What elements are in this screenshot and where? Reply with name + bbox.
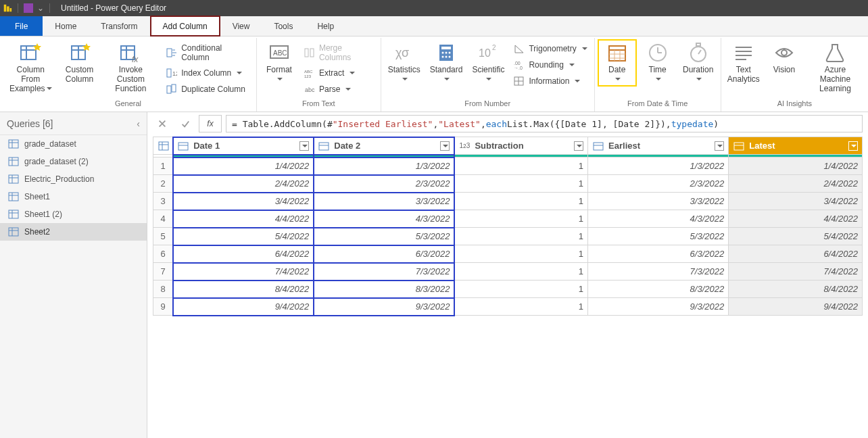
- cell-latest[interactable]: 3/4/2022: [729, 193, 863, 210]
- vision-button[interactable]: Vision: [766, 41, 802, 76]
- tab-add-column[interactable]: Add Column: [150, 16, 220, 36]
- trigonometry-button[interactable]: Trigonometry: [511, 42, 589, 55]
- query-item[interactable]: grade_dataset: [0, 135, 147, 153]
- tab-tools[interactable]: Tools: [262, 16, 305, 36]
- cell-earliest[interactable]: 2/3/2022: [588, 175, 729, 193]
- column-header-date1[interactable]: Date 1: [173, 137, 314, 155]
- table-row[interactable]: 77/4/20227/3/202217/3/20227/4/2022: [153, 263, 863, 281]
- duration-button[interactable]: Duration: [680, 41, 717, 85]
- row-number[interactable]: 8: [153, 281, 173, 298]
- scientific-button[interactable]: 102 Scientific: [469, 41, 507, 85]
- row-number[interactable]: 7: [153, 263, 173, 281]
- row-number[interactable]: 6: [153, 245, 173, 263]
- parse-button[interactable]: abc Parse: [302, 82, 377, 96]
- time-button[interactable]: Time: [640, 41, 676, 85]
- cell-earliest[interactable]: 6/3/2022: [588, 245, 729, 263]
- cell-date1[interactable]: 7/4/2022: [173, 263, 314, 281]
- cell-earliest[interactable]: 4/3/2022: [588, 210, 729, 228]
- cell-subtraction[interactable]: 1: [454, 228, 588, 245]
- cell-earliest[interactable]: 7/3/2022: [588, 263, 729, 281]
- column-header-subtraction[interactable]: 123 Subtraction: [454, 137, 588, 155]
- cell-date2[interactable]: 8/3/2022: [314, 281, 454, 298]
- cell-latest[interactable]: 8/4/2022: [729, 281, 863, 298]
- cell-date1[interactable]: 4/4/2022: [173, 210, 314, 228]
- table-row[interactable]: 22/4/20222/3/202212/3/20222/4/2022: [153, 175, 863, 193]
- cell-subtraction[interactable]: 1: [454, 245, 588, 263]
- cell-latest[interactable]: 2/4/2022: [729, 175, 863, 193]
- cell-earliest[interactable]: 1/3/2022: [588, 157, 729, 175]
- collapse-pane-icon[interactable]: ‹: [137, 118, 140, 129]
- cell-latest[interactable]: 9/4/2022: [729, 298, 863, 316]
- table-row[interactable]: 33/4/20223/3/202213/3/20223/4/2022: [153, 193, 863, 210]
- cell-date2[interactable]: 4/3/2022: [314, 210, 454, 228]
- column-filter-button[interactable]: [574, 141, 583, 151]
- merge-columns-button[interactable]: Merge Columns: [302, 42, 377, 64]
- custom-column-button[interactable]: CustomColumn: [62, 41, 98, 85]
- cell-subtraction[interactable]: 1: [454, 193, 588, 210]
- text-analytics-button[interactable]: TextAnalytics: [725, 41, 762, 85]
- row-number[interactable]: 3: [153, 193, 173, 210]
- cell-subtraction[interactable]: 1: [454, 210, 588, 228]
- cell-earliest[interactable]: 9/3/2022: [588, 298, 729, 316]
- row-number[interactable]: 4: [153, 210, 173, 228]
- cell-earliest[interactable]: 3/3/2022: [588, 193, 729, 210]
- duplicate-column-button[interactable]: Duplicate Column: [164, 82, 252, 96]
- extract-button[interactable]: ABC123 Extract: [302, 66, 377, 80]
- cell-latest[interactable]: 4/4/2022: [729, 210, 863, 228]
- cell-date1[interactable]: 1/4/2022: [173, 157, 314, 175]
- invoke-custom-function-button[interactable]: fx Invoke CustomFunction: [102, 41, 160, 95]
- cell-date2[interactable]: 2/3/2022: [314, 175, 454, 193]
- cell-earliest[interactable]: 5/3/2022: [588, 228, 729, 245]
- row-number[interactable]: 2: [153, 175, 173, 193]
- column-filter-button[interactable]: [440, 141, 450, 151]
- rounding-button[interactable]: .00→.0 Rounding: [511, 58, 589, 72]
- qat-dropdown-icon[interactable]: ⌄: [37, 3, 44, 13]
- table-row[interactable]: 11/4/20221/3/202211/3/20221/4/2022: [153, 157, 863, 175]
- table-row[interactable]: 66/4/20226/3/202216/3/20226/4/2022: [153, 245, 863, 263]
- column-header-date2[interactable]: Date 2: [314, 137, 454, 155]
- cell-subtraction[interactable]: 1: [454, 175, 588, 193]
- query-item[interactable]: Electric_Production: [0, 170, 147, 188]
- cell-date2[interactable]: 3/3/2022: [314, 193, 454, 210]
- formula-input[interactable]: = Table.AddColumn(#"Inserted Earliest", …: [226, 115, 863, 132]
- cell-date2[interactable]: 1/3/2022: [314, 157, 454, 175]
- table-row[interactable]: 55/4/20225/3/202215/3/20225/4/2022: [153, 228, 863, 245]
- column-filter-button[interactable]: [299, 141, 309, 151]
- format-button[interactable]: ABC Format: [261, 41, 297, 85]
- cell-subtraction[interactable]: 1: [454, 281, 588, 298]
- query-item[interactable]: Sheet1 (2): [0, 205, 147, 223]
- index-column-button[interactable]: 123 Index Column: [164, 66, 252, 80]
- statistics-button[interactable]: χσ Statistics: [385, 41, 423, 85]
- table-row[interactable]: 99/4/20229/3/202219/3/20229/4/2022: [153, 298, 863, 316]
- tab-transform[interactable]: Transform: [89, 16, 149, 36]
- row-number[interactable]: 9: [153, 298, 173, 316]
- row-number[interactable]: 1: [153, 157, 173, 175]
- cell-date2[interactable]: 6/3/2022: [314, 245, 454, 263]
- cell-subtraction[interactable]: 1: [454, 298, 588, 316]
- cell-latest[interactable]: 6/4/2022: [729, 245, 863, 263]
- query-item[interactable]: Sheet1: [0, 188, 147, 205]
- cell-latest[interactable]: 7/4/2022: [729, 263, 863, 281]
- cell-date1[interactable]: 6/4/2022: [173, 245, 314, 263]
- column-from-examples-button[interactable]: Column FromExamples: [4, 41, 57, 95]
- information-button[interactable]: Information: [511, 74, 589, 88]
- qat-icon[interactable]: [24, 3, 33, 13]
- tab-home[interactable]: Home: [43, 16, 89, 36]
- cell-date2[interactable]: 5/3/2022: [314, 228, 454, 245]
- tab-help[interactable]: Help: [305, 16, 346, 36]
- cell-date2[interactable]: 9/3/2022: [314, 298, 454, 316]
- cell-date1[interactable]: 9/4/2022: [173, 298, 314, 316]
- table-row[interactable]: 44/4/20224/3/202214/3/20224/4/2022: [153, 210, 863, 228]
- column-filter-button[interactable]: [715, 141, 724, 151]
- table-row[interactable]: 88/4/20228/3/202218/3/20228/4/2022: [153, 281, 863, 298]
- column-filter-button[interactable]: [848, 141, 858, 151]
- row-number[interactable]: 5: [153, 228, 173, 245]
- query-item[interactable]: Sheet2: [0, 223, 147, 241]
- cell-date1[interactable]: 2/4/2022: [173, 175, 314, 193]
- date-button[interactable]: Date: [599, 41, 635, 85]
- cell-date1[interactable]: 8/4/2022: [173, 281, 314, 298]
- azure-ml-button[interactable]: Azure MachineLearning: [806, 41, 864, 95]
- cancel-formula-button[interactable]: [153, 115, 172, 132]
- cell-date1[interactable]: 3/4/2022: [173, 193, 314, 210]
- cell-subtraction[interactable]: 1: [454, 157, 588, 175]
